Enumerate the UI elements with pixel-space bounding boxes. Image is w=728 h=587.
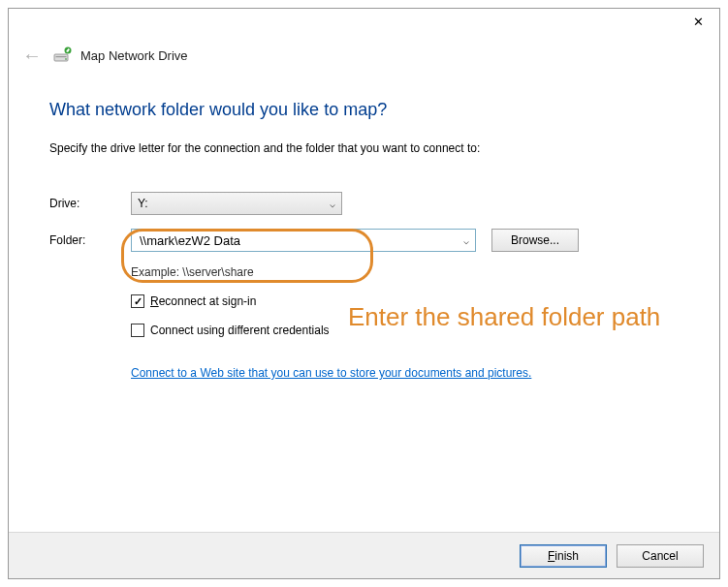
website-link[interactable]: Connect to a Web site that you can use t… — [131, 366, 531, 380]
main-heading: What network folder would you like to ma… — [49, 100, 679, 120]
example-text: Example: \\server\share — [131, 265, 679, 279]
reconnect-checkbox[interactable] — [131, 294, 144, 308]
reconnect-label: Reconnect at sign-in — [150, 294, 256, 308]
finish-button[interactable]: Finish — [520, 544, 607, 568]
drive-select[interactable]: Y: ⌵ — [131, 192, 342, 215]
footer: Finish Cancel — [9, 532, 719, 578]
cancel-button[interactable]: Cancel — [617, 544, 704, 568]
svg-rect-0 — [54, 54, 68, 61]
back-arrow-icon: ← — [22, 46, 42, 65]
drive-row: Drive: Y: ⌵ — [49, 192, 679, 215]
diffcred-checkbox[interactable] — [131, 324, 144, 337]
reconnect-row: Reconnect at sign-in — [131, 294, 679, 308]
chevron-down-icon: ⌵ — [330, 199, 335, 209]
chevron-down-icon[interactable]: ⌵ — [463, 235, 469, 246]
diffcred-row: Connect using different credentials — [131, 324, 679, 337]
diffcred-label: Connect using different credentials — [150, 324, 330, 337]
close-button[interactable]: ✕ — [684, 13, 712, 32]
options-block: Example: \\server\share Reconnect at sig… — [131, 265, 679, 380]
network-drive-icon — [53, 46, 73, 64]
window-title: Map Network Drive — [80, 48, 188, 63]
titlebar: ✕ — [9, 9, 719, 36]
dialog-window: ✕ ← Map Network Drive What network folde… — [8, 8, 720, 579]
header: ← Map Network Drive — [9, 36, 719, 71]
folder-row: Folder: ⌵ Browse... — [49, 229, 679, 252]
drive-value: Y: — [138, 197, 148, 210]
svg-rect-1 — [56, 56, 67, 57]
subtext: Specify the drive letter for the connect… — [49, 141, 679, 155]
content-area: What network folder would you like to ma… — [9, 71, 719, 399]
folder-combobox[interactable]: ⌵ — [131, 229, 476, 252]
folder-label: Folder: — [49, 233, 131, 247]
folder-input[interactable] — [138, 232, 463, 249]
svg-point-2 — [65, 58, 67, 60]
drive-label: Drive: — [49, 197, 131, 210]
browse-button[interactable]: Browse... — [491, 229, 579, 252]
